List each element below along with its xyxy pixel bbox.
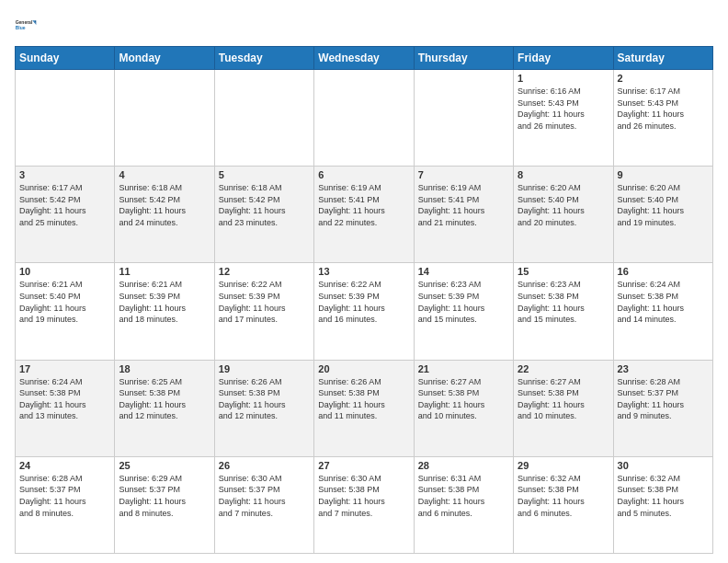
day-info: Sunrise: 6:19 AM Sunset: 5:41 PM Dayligh… [318,182,409,228]
svg-text:Blue: Blue [16,25,26,30]
day-info: Sunrise: 6:31 AM Sunset: 5:38 PM Dayligh… [418,473,509,519]
calendar-cell: 28Sunrise: 6:31 AM Sunset: 5:38 PM Dayli… [414,456,513,553]
calendar-table: SundayMondayTuesdayWednesdayThursdayFrid… [15,46,713,554]
day-number: 20 [318,363,409,374]
week-row-1: 1Sunrise: 6:16 AM Sunset: 5:43 PM Daylig… [16,70,713,167]
calendar-cell: 9Sunrise: 6:20 AM Sunset: 5:40 PM Daylig… [613,167,712,263]
logo: GeneralBlue [15,11,42,39]
calendar-cell: 1Sunrise: 6:16 AM Sunset: 5:43 PM Daylig… [514,70,613,167]
day-number: 22 [518,363,609,374]
week-row-4: 17Sunrise: 6:24 AM Sunset: 5:38 PM Dayli… [16,360,713,456]
day-info: Sunrise: 6:28 AM Sunset: 5:37 PM Dayligh… [618,376,709,422]
calendar-cell: 11Sunrise: 6:21 AM Sunset: 5:39 PM Dayli… [115,263,214,360]
calendar-cell: 22Sunrise: 6:27 AM Sunset: 5:38 PM Dayli… [514,360,613,456]
day-number: 12 [219,266,310,277]
day-info: Sunrise: 6:24 AM Sunset: 5:38 PM Dayligh… [618,279,709,325]
calendar-cell [115,70,214,167]
calendar-cell [16,70,115,167]
day-number: 6 [318,169,409,180]
calendar-cell [214,70,313,167]
col-header-sunday: Sunday [16,47,115,70]
col-header-saturday: Saturday [613,47,712,70]
calendar-cell: 12Sunrise: 6:22 AM Sunset: 5:39 PM Dayli… [214,263,313,360]
week-row-2: 3Sunrise: 6:17 AM Sunset: 5:42 PM Daylig… [16,167,713,263]
calendar-cell: 18Sunrise: 6:25 AM Sunset: 5:38 PM Dayli… [115,360,214,456]
calendar-cell [314,70,414,167]
calendar-cell: 24Sunrise: 6:28 AM Sunset: 5:37 PM Dayli… [16,456,115,553]
calendar-cell: 27Sunrise: 6:30 AM Sunset: 5:38 PM Dayli… [314,456,414,553]
calendar-cell [414,70,513,167]
calendar-cell: 8Sunrise: 6:20 AM Sunset: 5:40 PM Daylig… [514,167,613,263]
day-number: 29 [518,460,609,471]
day-number: 24 [19,460,110,471]
col-header-friday: Friday [514,47,613,70]
day-number: 2 [618,73,709,84]
day-number: 8 [518,169,609,180]
day-number: 19 [219,363,310,374]
day-number: 14 [418,266,509,277]
day-info: Sunrise: 6:20 AM Sunset: 5:40 PM Dayligh… [518,182,609,228]
day-info: Sunrise: 6:18 AM Sunset: 5:42 PM Dayligh… [219,182,310,228]
day-info: Sunrise: 6:32 AM Sunset: 5:38 PM Dayligh… [518,473,609,519]
calendar-cell: 14Sunrise: 6:23 AM Sunset: 5:39 PM Dayli… [414,263,513,360]
calendar-cell: 15Sunrise: 6:23 AM Sunset: 5:38 PM Dayli… [514,263,613,360]
day-number: 28 [418,460,509,471]
day-info: Sunrise: 6:16 AM Sunset: 5:43 PM Dayligh… [518,86,609,132]
calendar-cell: 4Sunrise: 6:18 AM Sunset: 5:42 PM Daylig… [115,167,214,263]
day-number: 18 [119,363,210,374]
calendar-cell: 13Sunrise: 6:22 AM Sunset: 5:39 PM Dayli… [314,263,414,360]
calendar-cell: 26Sunrise: 6:30 AM Sunset: 5:37 PM Dayli… [214,456,313,553]
calendar-cell: 21Sunrise: 6:27 AM Sunset: 5:38 PM Dayli… [414,360,513,456]
day-number: 26 [219,460,310,471]
day-number: 13 [318,266,409,277]
day-info: Sunrise: 6:19 AM Sunset: 5:41 PM Dayligh… [418,182,509,228]
day-number: 27 [318,460,409,471]
day-info: Sunrise: 6:29 AM Sunset: 5:37 PM Dayligh… [119,473,210,519]
day-number: 5 [219,169,310,180]
day-number: 16 [618,266,709,277]
day-info: Sunrise: 6:25 AM Sunset: 5:38 PM Dayligh… [119,376,210,422]
day-number: 1 [518,73,609,84]
day-number: 4 [119,169,210,180]
calendar-cell: 19Sunrise: 6:26 AM Sunset: 5:38 PM Dayli… [214,360,313,456]
calendar-cell: 20Sunrise: 6:26 AM Sunset: 5:38 PM Dayli… [314,360,414,456]
day-info: Sunrise: 6:26 AM Sunset: 5:38 PM Dayligh… [219,376,310,422]
day-info: Sunrise: 6:30 AM Sunset: 5:37 PM Dayligh… [219,473,310,519]
day-info: Sunrise: 6:17 AM Sunset: 5:42 PM Dayligh… [19,182,110,228]
col-header-tuesday: Tuesday [214,47,313,70]
calendar-cell: 7Sunrise: 6:19 AM Sunset: 5:41 PM Daylig… [414,167,513,263]
day-info: Sunrise: 6:24 AM Sunset: 5:38 PM Dayligh… [19,376,110,422]
day-info: Sunrise: 6:27 AM Sunset: 5:38 PM Dayligh… [418,376,509,422]
day-number: 30 [618,460,709,471]
day-number: 3 [19,169,110,180]
day-info: Sunrise: 6:32 AM Sunset: 5:38 PM Dayligh… [618,473,709,519]
day-number: 11 [119,266,210,277]
day-number: 25 [119,460,210,471]
day-info: Sunrise: 6:20 AM Sunset: 5:40 PM Dayligh… [618,182,709,228]
col-header-monday: Monday [115,47,214,70]
day-info: Sunrise: 6:30 AM Sunset: 5:38 PM Dayligh… [318,473,409,519]
day-info: Sunrise: 6:23 AM Sunset: 5:39 PM Dayligh… [418,279,509,325]
day-info: Sunrise: 6:22 AM Sunset: 5:39 PM Dayligh… [318,279,409,325]
day-number: 21 [418,363,509,374]
logo-icon: GeneralBlue [15,11,42,39]
calendar-cell: 17Sunrise: 6:24 AM Sunset: 5:38 PM Dayli… [16,360,115,456]
day-number: 10 [19,266,110,277]
day-info: Sunrise: 6:21 AM Sunset: 5:39 PM Dayligh… [119,279,210,325]
calendar-cell: 2Sunrise: 6:17 AM Sunset: 5:43 PM Daylig… [613,70,712,167]
col-header-thursday: Thursday [414,47,513,70]
week-row-3: 10Sunrise: 6:21 AM Sunset: 5:40 PM Dayli… [16,263,713,360]
calendar-cell: 5Sunrise: 6:18 AM Sunset: 5:42 PM Daylig… [214,167,313,263]
calendar-cell: 30Sunrise: 6:32 AM Sunset: 5:38 PM Dayli… [613,456,712,553]
day-number: 7 [418,169,509,180]
day-info: Sunrise: 6:22 AM Sunset: 5:39 PM Dayligh… [219,279,310,325]
day-info: Sunrise: 6:17 AM Sunset: 5:43 PM Dayligh… [618,86,709,132]
day-number: 17 [19,363,110,374]
week-row-5: 24Sunrise: 6:28 AM Sunset: 5:37 PM Dayli… [16,456,713,553]
day-number: 23 [618,363,709,374]
calendar-cell: 25Sunrise: 6:29 AM Sunset: 5:37 PM Dayli… [115,456,214,553]
calendar-cell: 3Sunrise: 6:17 AM Sunset: 5:42 PM Daylig… [16,167,115,263]
day-info: Sunrise: 6:23 AM Sunset: 5:38 PM Dayligh… [518,279,609,325]
day-number: 15 [518,266,609,277]
calendar-cell: 23Sunrise: 6:28 AM Sunset: 5:37 PM Dayli… [613,360,712,456]
